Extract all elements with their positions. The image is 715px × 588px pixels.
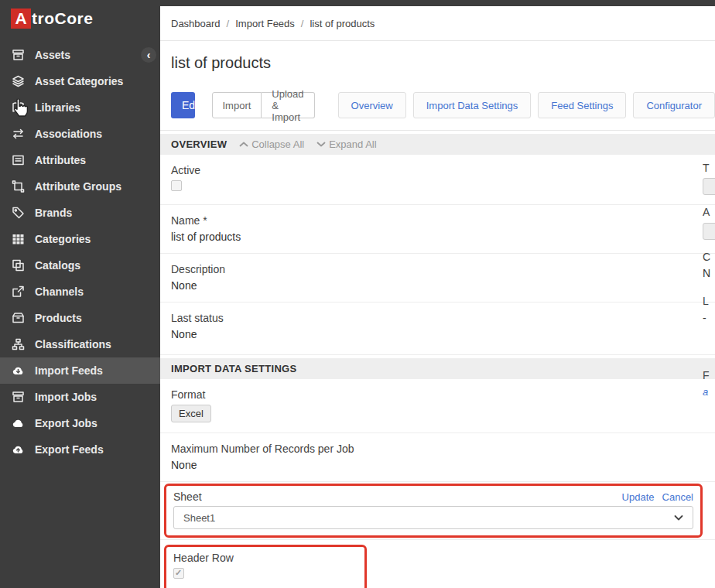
book-icon bbox=[11, 101, 25, 114]
breadcrumb-current: list of products bbox=[310, 18, 375, 29]
sidebar-item-attribute-groups[interactable]: Attribute Groups bbox=[0, 173, 160, 200]
sidebar-item-import-feeds[interactable]: Import Feeds bbox=[0, 357, 160, 384]
sidebar-item-label: Attribute Groups bbox=[35, 180, 121, 193]
sitemap-icon bbox=[11, 338, 25, 350]
header-row-highlight-box: Header Row bbox=[164, 545, 367, 588]
sidebar-item-categories[interactable]: Categories bbox=[0, 226, 160, 252]
sidebar-item-channels[interactable]: Channels bbox=[0, 279, 160, 305]
cloud-upload-icon bbox=[11, 443, 25, 456]
name-field-label: Name * bbox=[171, 214, 704, 227]
import-button-group: Import Upload & Import bbox=[212, 92, 315, 118]
sidebar-item-label: Associations bbox=[35, 128, 102, 140]
sheet-select-value: Sheet1 bbox=[183, 512, 215, 524]
right-col-label-fragment: T bbox=[703, 162, 710, 174]
right-col-value-fragment: - bbox=[703, 312, 706, 324]
toolbar: Edit ▾ Import Upload & Import Overview I… bbox=[171, 91, 715, 119]
archive-icon bbox=[11, 49, 25, 61]
collapse-all-link[interactable]: Collapse All bbox=[239, 138, 304, 150]
sidebar-item-label: Libraries bbox=[35, 101, 80, 114]
right-col-label-fragment: L bbox=[703, 295, 709, 307]
select-chevron-down-icon bbox=[674, 512, 683, 524]
sidebar-item-products[interactable]: Products bbox=[0, 305, 160, 331]
description-field-value: None bbox=[171, 279, 704, 292]
sidebar-item-import-jobs[interactable]: Import Jobs bbox=[0, 384, 160, 410]
breadcrumb-separator: / bbox=[301, 18, 304, 29]
import-data-settings-nav-button[interactable]: Import Data Settings bbox=[413, 92, 532, 118]
sidebar-item-attributes[interactable]: Attributes bbox=[0, 147, 160, 173]
sidebar-item-asset-categories[interactable]: Asset Categories bbox=[0, 68, 160, 94]
share-icon bbox=[11, 285, 25, 298]
sheet-field-label: Sheet bbox=[173, 491, 202, 503]
swap-arrows-icon bbox=[11, 128, 25, 140]
format-value-chip: Excel bbox=[171, 405, 211, 422]
header-row-checkbox[interactable] bbox=[173, 568, 184, 579]
edit-button[interactable]: Edit bbox=[171, 92, 195, 118]
format-field-label: Format bbox=[171, 388, 704, 401]
main-content: Dashboard / Import Feeds / list of produ… bbox=[160, 0, 715, 588]
sidebar: A troCore ‹ Assets Asset Categories Libr… bbox=[0, 0, 160, 588]
cloud-download-icon bbox=[11, 364, 25, 377]
field-row-header-row: Header Row bbox=[160, 540, 715, 588]
sidebar-item-assets[interactable]: Assets bbox=[0, 42, 160, 68]
page-title: list of products bbox=[171, 54, 715, 73]
sidebar-item-label: Attributes bbox=[35, 154, 86, 166]
chevron-up-icon bbox=[239, 141, 248, 148]
header-row-field-label: Header Row bbox=[173, 552, 358, 564]
field-row-description: Description None bbox=[160, 254, 715, 303]
overview-nav-button[interactable]: Overview bbox=[338, 92, 406, 118]
right-col-value-fragment: N bbox=[703, 267, 710, 279]
list-icon bbox=[11, 154, 25, 166]
top-navbar-strip bbox=[160, 0, 715, 6]
active-checkbox[interactable] bbox=[171, 180, 182, 191]
archive-icon bbox=[11, 391, 25, 403]
sidebar-item-brands[interactable]: Brands bbox=[0, 200, 160, 226]
cloud-icon bbox=[11, 417, 25, 429]
grid-icon bbox=[11, 233, 25, 245]
sidebar-item-catalogs[interactable]: Catalogs bbox=[0, 252, 160, 279]
chevron-down-icon bbox=[316, 141, 326, 148]
import-button[interactable]: Import bbox=[212, 92, 262, 118]
sidebar-item-associations[interactable]: Associations bbox=[0, 121, 160, 147]
field-row-name: Name * list of products bbox=[160, 205, 715, 254]
sidebar-item-classifications[interactable]: Classifications bbox=[0, 331, 160, 357]
layers-icon bbox=[11, 75, 25, 87]
sidebar-item-label: Channels bbox=[35, 285, 84, 298]
app-logo[interactable]: A troCore bbox=[0, 0, 160, 37]
toolbar-divider bbox=[160, 130, 715, 131]
sidebar-item-label: Export Feeds bbox=[35, 443, 104, 456]
cancel-link[interactable]: Cancel bbox=[662, 491, 693, 503]
sidebar-nav: Assets Asset Categories Libraries Associ… bbox=[0, 42, 160, 463]
product-box-icon bbox=[11, 312, 25, 324]
sidebar-item-label: Export Jobs bbox=[35, 417, 98, 429]
edit-button-group: Edit ▾ bbox=[171, 92, 195, 118]
logo-letter: A bbox=[11, 9, 31, 29]
sidebar-item-label: Catalogs bbox=[35, 259, 80, 272]
right-col-label-fragment: A bbox=[703, 206, 710, 218]
name-field-value: list of products bbox=[171, 231, 704, 243]
object-group-icon bbox=[11, 180, 25, 193]
sheet-select[interactable]: Sheet1 bbox=[173, 506, 693, 529]
sidebar-collapse-button[interactable]: ‹ bbox=[141, 47, 156, 63]
breadcrumb-import-feeds[interactable]: Import Feeds bbox=[235, 18, 295, 29]
sidebar-item-label: Categories bbox=[35, 233, 91, 245]
logo-text: troCore bbox=[32, 9, 93, 28]
sidebar-item-label: Assets bbox=[35, 49, 70, 61]
max-records-field-value: None bbox=[171, 459, 704, 471]
import-data-settings-panel-title: IMPORT DATA SETTINGS bbox=[171, 363, 296, 374]
field-row-active: Active bbox=[160, 155, 715, 205]
update-link[interactable]: Update bbox=[622, 491, 655, 503]
sidebar-item-label: Brands bbox=[35, 207, 72, 219]
max-records-field-label: Maximum Number of Records per Job bbox=[171, 443, 704, 455]
sidebar-item-export-feeds[interactable]: Export Feeds bbox=[0, 436, 160, 463]
sidebar-item-export-jobs[interactable]: Export Jobs bbox=[0, 410, 160, 436]
field-row-max-records: Maximum Number of Records per Job None bbox=[160, 433, 715, 482]
right-col-label-fragment: F bbox=[703, 369, 710, 381]
breadcrumb-dashboard[interactable]: Dashboard bbox=[171, 18, 221, 29]
expand-all-link[interactable]: Expand All bbox=[316, 138, 376, 150]
configurator-nav-button[interactable]: Configurator bbox=[633, 92, 715, 118]
sidebar-item-libraries[interactable]: Libraries bbox=[0, 94, 160, 121]
field-row-last-status: Last status None bbox=[160, 303, 715, 355]
feed-settings-nav-button[interactable]: Feed Settings bbox=[538, 92, 626, 118]
overview-panel-title: OVERVIEW bbox=[171, 138, 227, 150]
upload-and-import-button[interactable]: Upload & Import bbox=[262, 92, 314, 118]
